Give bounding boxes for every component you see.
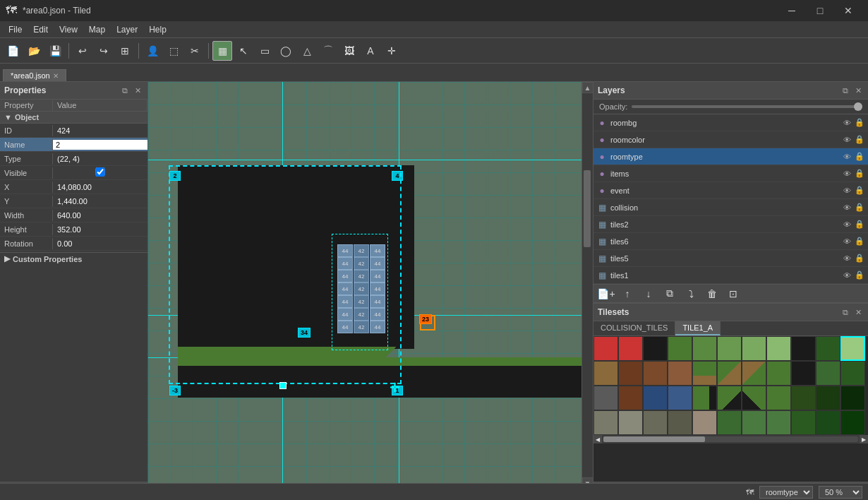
titlebar-controls[interactable]: ─ □ ✕ xyxy=(778,0,862,21)
ts-cell[interactable] xyxy=(593,386,618,410)
obj-neg3[interactable]: -3 xyxy=(169,386,181,395)
save-button[interactable]: 💾 xyxy=(45,41,65,61)
person-button[interactable]: 👤 xyxy=(143,41,162,61)
ts-cell[interactable] xyxy=(816,386,840,410)
ts-cell[interactable] xyxy=(717,336,742,361)
stamp-button[interactable]: ⊞ xyxy=(115,41,135,61)
layers-extra-button[interactable]: ⊡ xyxy=(723,284,743,304)
tile-select-button[interactable]: ▦ xyxy=(212,41,232,61)
ts-cell[interactable] xyxy=(742,361,766,386)
redo-button[interactable]: ↪ xyxy=(94,41,114,61)
select-button[interactable]: ⬚ xyxy=(164,41,183,61)
ts-cell[interactable] xyxy=(840,386,865,410)
layer-roombg[interactable]: ● roombg 👁 🔒 xyxy=(593,114,868,131)
undo-button[interactable]: ↩ xyxy=(73,41,92,61)
ts-cell[interactable] xyxy=(816,410,840,435)
layer-collision[interactable]: ▦ collision 👁 🔒 xyxy=(593,199,868,216)
tileset-h-scrollbar[interactable]: ◀ ▶ xyxy=(593,435,868,444)
layer-roombg-eye[interactable]: 👁 xyxy=(841,117,852,129)
obj-23[interactable]: 23 xyxy=(419,314,432,324)
layer-roombg-lock[interactable]: 🔒 xyxy=(854,117,865,129)
v-scroll-up[interactable]: ▲ xyxy=(582,82,593,93)
tab-close-button[interactable]: ✕ xyxy=(53,72,59,80)
layers-add-button[interactable]: 📄+ xyxy=(596,284,616,304)
layer-roomcolor-lock[interactable]: 🔒 xyxy=(854,134,865,145)
layer-event[interactable]: ● event 👁 🔒 xyxy=(593,182,868,199)
menu-view[interactable]: View xyxy=(54,23,83,36)
layer-roomcolor[interactable]: ● roomcolor 👁 🔒 xyxy=(593,131,868,148)
v-scrollbar[interactable]: ▲ ▼ xyxy=(581,82,593,489)
layer-collision-lock[interactable]: 🔒 xyxy=(854,202,865,213)
tileset-scroll-left[interactable]: ◀ xyxy=(593,435,602,444)
obj-34[interactable]: 34 xyxy=(298,328,311,338)
move-button[interactable]: ✛ xyxy=(382,41,402,61)
ts-cell[interactable] xyxy=(742,386,766,410)
prop-visible-checkbox[interactable] xyxy=(57,167,143,177)
ts-cell[interactable] xyxy=(840,336,865,361)
layer-tiles6-eye[interactable]: 👁 xyxy=(841,236,852,247)
close-button[interactable]: ✕ xyxy=(834,0,862,21)
ts-cell[interactable] xyxy=(692,386,717,410)
layer-tiles6-lock[interactable]: 🔒 xyxy=(854,236,865,247)
ts-cell[interactable] xyxy=(717,361,742,386)
layer-tiles1-lock[interactable]: 🔒 xyxy=(854,270,865,281)
layer-items[interactable]: ● items 👁 🔒 xyxy=(593,165,868,182)
layer-roomtype-lock[interactable]: 🔒 xyxy=(854,151,865,162)
ts-cell[interactable] xyxy=(643,336,668,361)
layer-event-lock[interactable]: 🔒 xyxy=(854,185,865,196)
layer-items-lock[interactable]: 🔒 xyxy=(854,168,865,179)
layers-down-button[interactable]: ↓ xyxy=(639,284,658,304)
ts-cell[interactable] xyxy=(593,336,618,361)
ts-cell[interactable] xyxy=(618,361,643,386)
ts-cell[interactable] xyxy=(692,336,717,361)
status-layer-select[interactable]: roomtype xyxy=(759,486,813,499)
v-scroll-thumb[interactable] xyxy=(584,170,591,247)
layers-copy-button[interactable]: ⧉ xyxy=(660,284,680,304)
ts-cell[interactable] xyxy=(791,410,816,435)
obj-4-topright[interactable]: 4 xyxy=(392,171,403,181)
layers-merge-button[interactable]: ⤵ xyxy=(681,284,701,304)
layer-tiles5[interactable]: ▦ tiles5 👁 🔒 xyxy=(593,250,868,267)
layer-tiles2-eye[interactable]: 👁 xyxy=(841,219,852,230)
ts-cell[interactable] xyxy=(668,361,692,386)
layer-collision-eye[interactable]: 👁 xyxy=(841,202,852,213)
properties-close-button[interactable]: ✕ xyxy=(132,85,143,96)
layer-tiles5-eye[interactable]: 👁 xyxy=(841,253,852,264)
ts-cell[interactable] xyxy=(791,361,816,386)
tilesets-float-button[interactable]: ⧉ xyxy=(840,306,851,318)
ts-cell[interactable] xyxy=(766,386,791,410)
layer-roomtype[interactable]: ● roomtype 👁 🔒 xyxy=(593,148,868,165)
tileset-tab-tile1a[interactable]: TILE1_A xyxy=(675,321,721,335)
obj-1[interactable]: 1 xyxy=(392,386,403,395)
ts-cell[interactable] xyxy=(692,361,717,386)
rect-button[interactable]: ▭ xyxy=(255,41,275,61)
menu-layer[interactable]: Layer xyxy=(111,23,143,36)
menu-edit[interactable]: Edit xyxy=(28,23,54,36)
prop-name-input[interactable] xyxy=(56,141,145,149)
obj-2-topleft[interactable]: 2 xyxy=(169,171,181,181)
layer-tiles2[interactable]: ▦ tiles2 👁 🔒 xyxy=(593,216,868,233)
ts-cell[interactable] xyxy=(742,410,766,435)
tilesets-close-button[interactable]: ✕ xyxy=(852,306,864,318)
properties-float-button[interactable]: ⧉ xyxy=(119,85,131,96)
img-button[interactable]: 🖼 xyxy=(339,41,359,61)
ts-cell[interactable] xyxy=(643,386,668,410)
layers-close-button[interactable]: ✕ xyxy=(852,85,864,96)
ellipse-button[interactable]: ◯ xyxy=(276,41,296,61)
ts-cell[interactable] xyxy=(717,386,742,410)
prop-visible-value[interactable] xyxy=(53,166,147,179)
ts-cell[interactable] xyxy=(618,336,643,361)
tileset-tab-collision[interactable]: COLLISION_TILES xyxy=(593,321,675,335)
ts-cell[interactable] xyxy=(593,410,618,435)
text-button[interactable]: A xyxy=(361,41,380,61)
layer-roomtype-eye[interactable]: 👁 xyxy=(841,151,852,162)
ts-cell[interactable] xyxy=(816,336,840,361)
maximize-button[interactable]: □ xyxy=(806,0,834,21)
poly-button[interactable]: ⌒ xyxy=(318,41,338,61)
ts-cell[interactable] xyxy=(593,361,618,386)
layer-tiles1-eye[interactable]: 👁 xyxy=(841,270,852,281)
ts-cell[interactable] xyxy=(643,410,668,435)
layer-event-eye[interactable]: 👁 xyxy=(841,185,852,196)
menu-help[interactable]: Help xyxy=(143,23,172,36)
ts-cell[interactable] xyxy=(791,386,816,410)
